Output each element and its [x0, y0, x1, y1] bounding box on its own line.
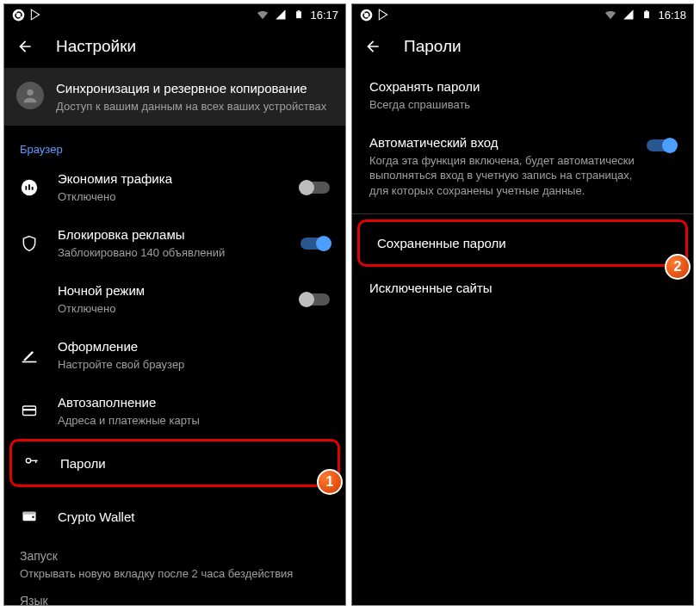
page-title: Настройки — [56, 37, 136, 56]
back-icon[interactable] — [364, 38, 381, 55]
section-browser: Браузер — [4, 134, 345, 159]
startup-block[interactable]: Запуск Открывать новую вкладку после 2 ч… — [4, 540, 345, 587]
svg-point-0 — [12, 9, 24, 21]
status-time: 16:18 — [658, 9, 686, 22]
callout-badge-1: 1 — [317, 469, 343, 495]
play-icon — [376, 8, 390, 22]
svg-rect-18 — [645, 11, 650, 18]
row-adblock[interactable]: Блокировка рекламы Заблокировано 140 объ… — [4, 215, 345, 271]
svg-rect-2 — [298, 10, 300, 11]
row-save-passwords[interactable]: Сохранять пароли Всегда спрашивать — [352, 68, 693, 124]
svg-point-17 — [360, 9, 372, 21]
sync-row[interactable]: Синхронизация и резервное копирование До… — [4, 68, 345, 126]
status-bar: 16:17 — [4, 4, 345, 25]
svg-rect-5 — [25, 186, 27, 190]
toggle-data-saver[interactable] — [300, 182, 330, 194]
wallet-icon — [16, 509, 42, 524]
avatar-icon — [16, 82, 44, 109]
svg-rect-13 — [35, 460, 36, 463]
app-bar: Настройки — [4, 25, 345, 68]
sync-sub: Доступ к вашим данным на всех ваших устр… — [56, 99, 326, 114]
sync-title: Синхронизация и резервное копирование — [56, 80, 326, 97]
callout-badge-2: 2 — [665, 254, 691, 280]
data-saver-icon — [16, 178, 42, 197]
svg-rect-1 — [297, 11, 302, 18]
svg-point-16 — [32, 516, 34, 518]
card-icon — [16, 404, 42, 419]
svg-rect-6 — [28, 184, 30, 189]
svg-point-11 — [26, 459, 30, 463]
play-icon — [28, 8, 42, 22]
row-autofill[interactable]: Автозаполнение Адреса и платежные карты — [4, 383, 345, 439]
shazam-icon — [359, 8, 373, 22]
row-saved-passwords[interactable]: Сохраненные пароли 2 — [357, 219, 688, 267]
toggle-auto-login[interactable] — [647, 139, 676, 151]
row-passwords[interactable]: Пароли 1 — [9, 439, 340, 487]
row-crypto[interactable]: Crypto Wallet — [4, 492, 345, 540]
svg-rect-15 — [23, 512, 36, 515]
row-night[interactable]: Ночной режим Отключено — [4, 271, 345, 327]
phone-left: 16:17 Настройки Синхронизация и резервно… — [3, 3, 346, 606]
svg-rect-8 — [22, 361, 37, 362]
app-bar: Пароли — [352, 25, 693, 68]
back-icon[interactable] — [16, 38, 34, 55]
svg-rect-19 — [646, 10, 648, 11]
wifi-icon — [604, 8, 617, 22]
svg-rect-10 — [23, 409, 36, 410]
divider — [352, 213, 693, 214]
toggle-adblock[interactable] — [300, 238, 330, 250]
svg-rect-7 — [32, 187, 34, 190]
signal-icon — [622, 8, 635, 22]
shazam-icon — [11, 8, 25, 22]
shield-icon — [16, 234, 42, 253]
paint-icon — [16, 347, 42, 364]
svg-rect-12 — [31, 460, 38, 461]
language-section: Язык — [4, 587, 345, 605]
phone-right: 16:18 Пароли Сохранять пароли Всегда спр… — [351, 3, 694, 606]
moon-icon — [16, 291, 42, 308]
signal-icon — [274, 8, 288, 22]
wifi-icon — [256, 8, 269, 22]
row-appearance[interactable]: Оформление Настройте свой браузер — [4, 327, 345, 383]
status-bar: 16:18 — [352, 4, 693, 25]
status-time: 16:17 — [310, 9, 338, 22]
battery-icon — [292, 8, 306, 22]
row-data-saver[interactable]: Экономия трафика Отключено — [4, 159, 345, 215]
row-auto-login[interactable]: Автоматический вход Когда эта функция вк… — [352, 124, 693, 210]
page-title: Пароли — [404, 37, 462, 56]
key-icon — [19, 456, 45, 470]
battery-icon — [640, 8, 654, 22]
row-excluded-sites[interactable]: Исключенные сайты — [352, 267, 693, 309]
toggle-night[interactable] — [300, 293, 330, 306]
svg-point-3 — [27, 89, 33, 96]
